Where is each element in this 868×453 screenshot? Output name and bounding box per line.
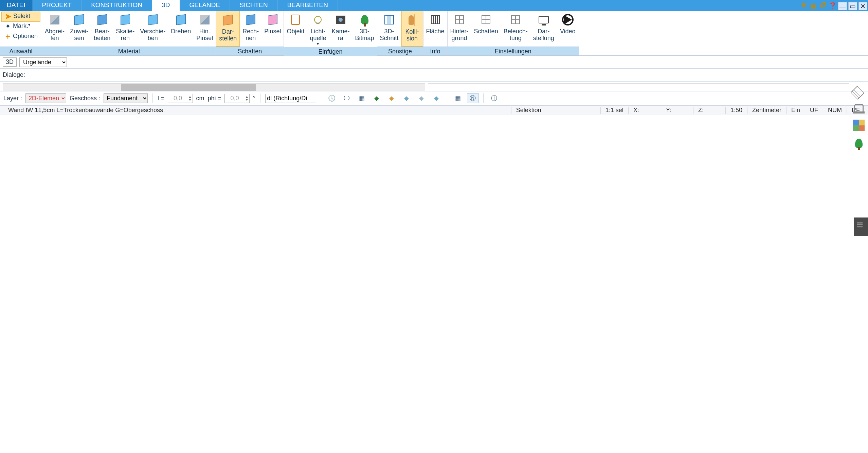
plants-tool[interactable]: [853, 139, 865, 148]
status-z: Z:: [693, 107, 708, 114]
grid-tool[interactable]: ▦: [452, 93, 464, 103]
help-icon[interactable]: ❓: [828, 2, 837, 10]
schatten-einst-button[interactable]: Schatten: [471, 11, 501, 47]
3d-model[interactable]: [435, 84, 865, 84]
tree-palette-icon: [855, 139, 863, 148]
group-title: Sonstige: [377, 47, 423, 55]
phi-unit: °: [253, 95, 255, 102]
close-button[interactable]: ✕: [858, 2, 867, 10]
menu-bearbeiten[interactable]: BEARBEITEN: [278, 0, 338, 11]
lichtquelle-button[interactable]: Licht- quelle▾: [307, 11, 329, 47]
chair-icon: [854, 104, 864, 112]
materials-tool[interactable]: [853, 120, 865, 131]
furniture-tool[interactable]: [853, 104, 865, 112]
color-tool-1[interactable]: ◆: [371, 93, 382, 103]
status-selektion: Selektion: [511, 107, 546, 114]
north-tool[interactable]: Ⓝ: [467, 93, 478, 103]
beleuchtung-button[interactable]: Beleuch- tung: [501, 11, 530, 47]
status-bar: Wand IW 11,5cm L=Trockenbauwände G=Oberg…: [0, 105, 868, 115]
hinpinsel-button[interactable]: Hin. Pinsel: [194, 11, 216, 47]
box-icon[interactable]: ▦: [809, 2, 818, 10]
menu-konstruktion[interactable]: KONSTRUKTION: [82, 0, 152, 11]
info-tool[interactable]: ⓘ: [488, 93, 500, 103]
tools-icon[interactable]: 🛠: [799, 2, 809, 9]
layers-tool[interactable]: [853, 86, 865, 97]
flaeche-button[interactable]: Fläche: [423, 11, 447, 47]
menu-sichten[interactable]: SICHTEN: [230, 0, 277, 11]
palette-handle[interactable]: [854, 217, 868, 236]
dialoge-label: Dialoge:: [3, 71, 25, 79]
minimize-button[interactable]: —: [838, 2, 847, 10]
abgreifen-button[interactable]: Abgrei- fen: [42, 11, 67, 47]
main-menu: DATEI PROJEKT KONSTRUKTION 3D GELÄNDE SI…: [0, 0, 868, 11]
section-icon: [384, 15, 394, 24]
multi-tool[interactable]: ▦: [356, 93, 367, 103]
view-bar: 3D Urgelände: [0, 56, 868, 69]
l-label: l =: [158, 95, 164, 102]
camera-icon: [336, 16, 345, 24]
group-title: Info: [423, 47, 447, 55]
ribbon-group-schatten: Dar- stellen Rech- nen Pinsel Schatten: [216, 11, 284, 55]
menu-3d[interactable]: 3D: [152, 0, 180, 11]
status-num: NUM: [823, 107, 847, 114]
rechnen-button[interactable]: Rech- nen: [240, 11, 261, 47]
move-icon: [148, 14, 158, 25]
verschieben-button[interactable]: Verschie- ben: [137, 11, 168, 47]
view-mode[interactable]: 3D: [3, 57, 17, 67]
optionen-button[interactable]: ＋ Optionen: [1, 32, 40, 42]
screen-tool[interactable]: 🖵: [341, 93, 352, 103]
ribbon-group-auswahl: ➤ Selekt ✦ Mark.▾ ＋ Optionen Auswahl: [0, 11, 42, 55]
plus-icon: ＋: [4, 31, 12, 41]
shadow-brush-icon: [268, 14, 277, 25]
bearbeiten-button[interactable]: Bear- beiten: [91, 11, 113, 47]
status-hint: Wand IW 11,5cm L=Trockenbauwände G=Oberg…: [3, 107, 248, 114]
status-y: Y:: [661, 107, 676, 114]
status-uf: UF: [805, 107, 823, 114]
maximize-button[interactable]: ▭: [848, 2, 857, 10]
objekt-button[interactable]: Objekt: [284, 11, 307, 47]
person-icon: [409, 15, 414, 25]
3d-schnitt-button[interactable]: 3D- Schnitt: [377, 11, 401, 47]
l-input[interactable]: [168, 94, 188, 103]
terrain-select[interactable]: Urgelände: [19, 57, 67, 67]
darstellung-button[interactable]: Dar- stellung: [530, 11, 557, 47]
zuweisen-button[interactable]: Zuwei- sen: [67, 11, 91, 47]
layer-select[interactable]: 2D-Elemen: [25, 93, 66, 103]
selekt-button[interactable]: ➤ Selekt: [1, 12, 40, 22]
group-title: Auswahl: [0, 47, 42, 55]
color-tool-4[interactable]: ◆: [416, 93, 427, 103]
darstellen-button[interactable]: Dar- stellen: [216, 11, 240, 47]
ribbon-group-sonstige: 3D- Schnitt Kolli- sion Sonstige: [377, 11, 423, 55]
clipboard-icon[interactable]: 🗊: [818, 2, 828, 9]
color-tool-2[interactable]: ◆: [386, 93, 397, 103]
phi-input[interactable]: [225, 94, 245, 103]
compute-icon: [246, 14, 255, 25]
mark-icon: ✦: [5, 22, 11, 30]
phi-input-wrap[interactable]: ▲▼: [224, 94, 250, 103]
edit-icon: [97, 14, 107, 25]
floorplan-hscroll[interactable]: [3, 84, 425, 91]
geschoss-select[interactable]: Fundament: [104, 93, 148, 103]
kollision-button[interactable]: Kolli- sion: [401, 11, 423, 47]
brush-icon: [200, 15, 210, 24]
mark-button[interactable]: ✦ Mark.▾: [1, 22, 40, 32]
menu-projekt[interactable]: PROJEKT: [33, 0, 82, 11]
menu-gelaende[interactable]: GELÄNDE: [180, 0, 230, 11]
3d-view-pane[interactable]: [428, 84, 865, 84]
pinsel-button[interactable]: Pinsel: [261, 11, 284, 47]
lighting-icon: [511, 15, 520, 24]
3d-bitmap-button[interactable]: 3D- Bitmap: [352, 11, 377, 47]
hintergrund-button[interactable]: Hinter- grund: [448, 11, 471, 47]
drehen-button[interactable]: Drehen: [168, 11, 194, 47]
color-tool-5[interactable]: ◆: [431, 93, 442, 103]
menu-file[interactable]: DATEI: [0, 0, 33, 11]
kamera-button[interactable]: Kame- ra: [329, 11, 352, 47]
dl-input[interactable]: [265, 94, 316, 103]
video-button[interactable]: Video: [557, 11, 579, 47]
clock-tool[interactable]: 🕔: [326, 93, 338, 103]
ribbon-group-info: Fläche Info: [423, 11, 448, 55]
status-ein: Ein: [786, 107, 805, 114]
l-input-wrap[interactable]: ▲▼: [168, 94, 193, 103]
color-tool-3[interactable]: ◆: [401, 93, 412, 103]
skalieren-button[interactable]: Skalie- ren: [113, 11, 137, 47]
